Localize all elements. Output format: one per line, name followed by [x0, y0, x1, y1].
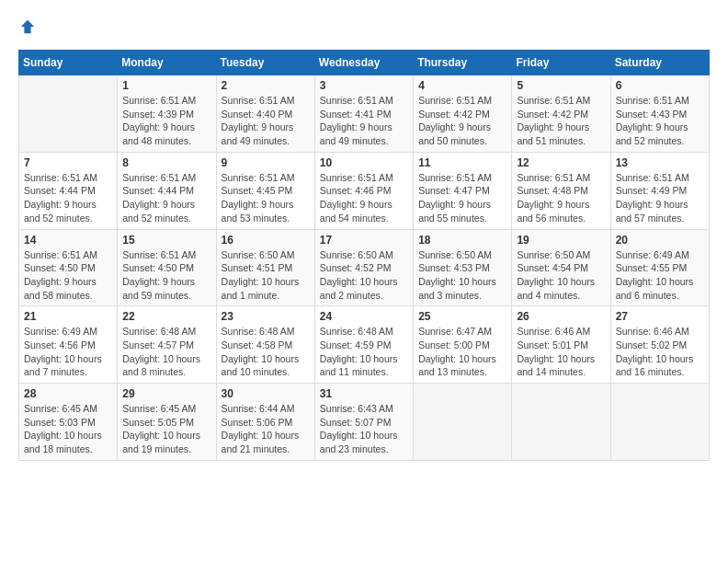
calendar-week-row: 28Sunrise: 6:45 AM Sunset: 5:03 PM Dayli…	[19, 384, 710, 461]
calendar-cell: 11Sunrise: 6:51 AM Sunset: 4:47 PM Dayli…	[414, 152, 512, 229]
calendar-cell: 28Sunrise: 6:45 AM Sunset: 5:03 PM Dayli…	[19, 384, 118, 461]
calendar-cell: 22Sunrise: 6:48 AM Sunset: 4:57 PM Dayli…	[118, 306, 216, 384]
day-info: Sunrise: 6:51 AM Sunset: 4:48 PM Dayligh…	[517, 171, 605, 225]
day-info: Sunrise: 6:51 AM Sunset: 4:42 PM Dayligh…	[517, 94, 605, 148]
day-info: Sunrise: 6:51 AM Sunset: 4:44 PM Dayligh…	[122, 171, 210, 225]
day-info: Sunrise: 6:51 AM Sunset: 4:43 PM Dayligh…	[616, 94, 704, 148]
day-number: 22	[122, 310, 210, 323]
calendar-week-row: 1Sunrise: 6:51 AM Sunset: 4:39 PM Daylig…	[19, 75, 710, 153]
day-number: 1	[122, 79, 210, 92]
day-number: 10	[320, 156, 408, 169]
day-number: 19	[517, 234, 605, 247]
calendar-cell: 18Sunrise: 6:50 AM Sunset: 4:53 PM Dayli…	[414, 229, 512, 306]
calendar-cell	[19, 75, 118, 153]
weekday-header: Monday	[118, 51, 216, 75]
day-number: 25	[418, 310, 506, 323]
day-number: 23	[222, 310, 310, 323]
day-number: 12	[517, 156, 605, 169]
day-info: Sunrise: 6:48 AM Sunset: 4:58 PM Dayligh…	[222, 325, 310, 379]
day-number: 28	[24, 387, 112, 400]
day-info: Sunrise: 6:49 AM Sunset: 4:55 PM Dayligh…	[616, 248, 704, 303]
day-number: 3	[320, 79, 408, 92]
day-info: Sunrise: 6:51 AM Sunset: 4:46 PM Dayligh…	[320, 171, 408, 225]
calendar-cell: 8Sunrise: 6:51 AM Sunset: 4:44 PM Daylig…	[118, 152, 216, 229]
calendar-cell: 29Sunrise: 6:45 AM Sunset: 5:05 PM Dayli…	[118, 384, 216, 461]
day-info: Sunrise: 6:45 AM Sunset: 5:05 PM Dayligh…	[122, 402, 210, 456]
calendar-cell: 19Sunrise: 6:50 AM Sunset: 4:54 PM Dayli…	[512, 229, 610, 306]
day-info: Sunrise: 6:44 AM Sunset: 5:06 PM Dayligh…	[222, 402, 310, 456]
day-number: 6	[616, 79, 704, 92]
calendar-cell: 10Sunrise: 6:51 AM Sunset: 4:46 PM Dayli…	[314, 152, 413, 229]
day-number: 15	[122, 234, 210, 247]
calendar-week-row: 14Sunrise: 6:51 AM Sunset: 4:50 PM Dayli…	[19, 229, 710, 306]
calendar-cell: 14Sunrise: 6:51 AM Sunset: 4:50 PM Dayli…	[19, 229, 118, 306]
logo	[18, 18, 37, 35]
calendar-cell: 24Sunrise: 6:48 AM Sunset: 4:59 PM Dayli…	[314, 306, 413, 384]
calendar-week-row: 21Sunrise: 6:49 AM Sunset: 4:56 PM Dayli…	[19, 306, 710, 384]
calendar-cell: 1Sunrise: 6:51 AM Sunset: 4:39 PM Daylig…	[118, 75, 216, 153]
calendar-cell: 6Sunrise: 6:51 AM Sunset: 4:43 PM Daylig…	[610, 75, 709, 153]
day-info: Sunrise: 6:46 AM Sunset: 5:01 PM Dayligh…	[517, 325, 605, 379]
calendar-cell: 7Sunrise: 6:51 AM Sunset: 4:44 PM Daylig…	[19, 152, 118, 229]
calendar-cell	[414, 384, 512, 461]
calendar-cell: 23Sunrise: 6:48 AM Sunset: 4:58 PM Dayli…	[216, 306, 314, 384]
calendar-cell: 5Sunrise: 6:51 AM Sunset: 4:42 PM Daylig…	[512, 75, 610, 153]
day-number: 31	[320, 387, 408, 400]
calendar-cell: 9Sunrise: 6:51 AM Sunset: 4:45 PM Daylig…	[216, 152, 314, 229]
day-info: Sunrise: 6:48 AM Sunset: 4:59 PM Dayligh…	[320, 325, 408, 379]
calendar-cell: 27Sunrise: 6:46 AM Sunset: 5:02 PM Dayli…	[610, 306, 709, 384]
calendar-cell: 20Sunrise: 6:49 AM Sunset: 4:55 PM Dayli…	[610, 229, 709, 306]
day-number: 20	[616, 234, 704, 247]
calendar-cell: 12Sunrise: 6:51 AM Sunset: 4:48 PM Dayli…	[512, 152, 610, 229]
calendar-cell: 30Sunrise: 6:44 AM Sunset: 5:06 PM Dayli…	[216, 384, 314, 461]
calendar-cell: 25Sunrise: 6:47 AM Sunset: 5:00 PM Dayli…	[414, 306, 512, 384]
calendar-cell: 15Sunrise: 6:51 AM Sunset: 4:50 PM Dayli…	[118, 229, 216, 306]
day-info: Sunrise: 6:50 AM Sunset: 4:52 PM Dayligh…	[320, 248, 408, 303]
day-number: 11	[418, 156, 506, 169]
day-number: 29	[122, 387, 210, 400]
day-info: Sunrise: 6:47 AM Sunset: 5:00 PM Dayligh…	[418, 325, 506, 379]
weekday-header: Friday	[512, 51, 610, 75]
calendar-cell	[610, 384, 709, 461]
day-number: 14	[24, 234, 112, 247]
calendar-cell: 16Sunrise: 6:50 AM Sunset: 4:51 PM Dayli…	[216, 229, 314, 306]
calendar-cell: 31Sunrise: 6:43 AM Sunset: 5:07 PM Dayli…	[314, 384, 413, 461]
weekday-header: Saturday	[610, 51, 709, 75]
calendar-table: SundayMondayTuesdayWednesdayThursdayFrid…	[18, 50, 710, 461]
day-info: Sunrise: 6:43 AM Sunset: 5:07 PM Dayligh…	[320, 402, 408, 456]
day-number: 27	[616, 310, 704, 323]
svg-marker-0	[21, 20, 34, 33]
day-number: 9	[222, 156, 310, 169]
day-info: Sunrise: 6:46 AM Sunset: 5:02 PM Dayligh…	[616, 325, 704, 379]
day-number: 24	[320, 310, 408, 323]
day-number: 5	[517, 79, 605, 92]
day-info: Sunrise: 6:49 AM Sunset: 4:56 PM Dayligh…	[24, 325, 112, 379]
day-info: Sunrise: 6:50 AM Sunset: 4:51 PM Dayligh…	[222, 248, 310, 303]
day-number: 8	[122, 156, 210, 169]
calendar-cell: 13Sunrise: 6:51 AM Sunset: 4:49 PM Dayli…	[610, 152, 709, 229]
day-number: 13	[616, 156, 704, 169]
day-info: Sunrise: 6:51 AM Sunset: 4:42 PM Dayligh…	[418, 94, 506, 148]
day-number: 21	[24, 310, 112, 323]
day-info: Sunrise: 6:48 AM Sunset: 4:57 PM Dayligh…	[122, 325, 210, 379]
calendar-cell: 4Sunrise: 6:51 AM Sunset: 4:42 PM Daylig…	[414, 75, 512, 153]
day-number: 17	[320, 234, 408, 247]
day-number: 4	[418, 79, 506, 92]
weekday-header: Tuesday	[216, 51, 314, 75]
calendar-cell: 21Sunrise: 6:49 AM Sunset: 4:56 PM Dayli…	[19, 306, 118, 384]
day-info: Sunrise: 6:51 AM Sunset: 4:50 PM Dayligh…	[122, 248, 210, 303]
page-header	[18, 18, 710, 35]
day-number: 16	[222, 234, 310, 247]
day-info: Sunrise: 6:51 AM Sunset: 4:50 PM Dayligh…	[24, 248, 112, 303]
day-info: Sunrise: 6:51 AM Sunset: 4:44 PM Dayligh…	[24, 171, 112, 225]
day-info: Sunrise: 6:50 AM Sunset: 4:53 PM Dayligh…	[418, 248, 506, 303]
calendar-header: SundayMondayTuesdayWednesdayThursdayFrid…	[19, 51, 710, 75]
calendar-cell: 17Sunrise: 6:50 AM Sunset: 4:52 PM Dayli…	[314, 229, 413, 306]
day-info: Sunrise: 6:51 AM Sunset: 4:49 PM Dayligh…	[616, 171, 704, 225]
calendar-cell: 2Sunrise: 6:51 AM Sunset: 4:40 PM Daylig…	[216, 75, 314, 153]
day-info: Sunrise: 6:45 AM Sunset: 5:03 PM Dayligh…	[24, 402, 112, 456]
weekday-header: Sunday	[19, 51, 118, 75]
calendar-week-row: 7Sunrise: 6:51 AM Sunset: 4:44 PM Daylig…	[19, 152, 710, 229]
weekday-header: Thursday	[414, 51, 512, 75]
day-info: Sunrise: 6:51 AM Sunset: 4:40 PM Dayligh…	[222, 94, 310, 148]
